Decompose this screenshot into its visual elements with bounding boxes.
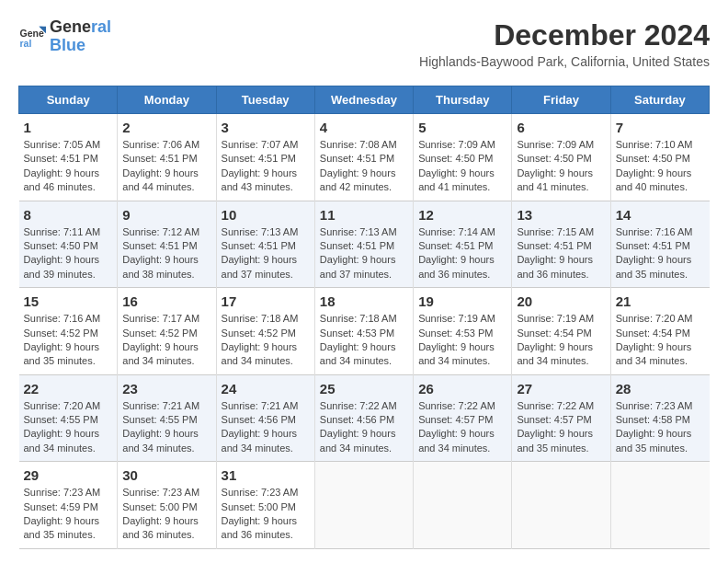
day-number: 10 (222, 207, 310, 223)
calendar-day-4: 4 Sunrise: 7:08 AM Sunset: 4:51 PM Dayli… (314, 114, 413, 201)
day-number: 19 (418, 293, 506, 309)
day-sunset: Sunset: 4:51 PM (122, 153, 197, 164)
day-sunrise: Sunrise: 7:21 AM (222, 400, 299, 411)
calendar-day-23: 23 Sunrise: 7:21 AM Sunset: 4:55 PM Dayl… (118, 374, 216, 462)
day-sunrise: Sunrise: 7:18 AM (222, 313, 299, 324)
day-sunset: Sunset: 4:52 PM (24, 327, 98, 339)
day-sunrise: Sunrise: 7:19 AM (517, 313, 594, 324)
day-number: 15 (24, 293, 113, 309)
day-sunset: Sunset: 4:52 PM (122, 327, 197, 339)
day-number: 9 (122, 207, 210, 223)
day-sunrise: Sunrise: 7:15 AM (517, 226, 594, 237)
page-subtitle: Highlands-Baywood Park, California, Unit… (419, 54, 710, 69)
day-daylight: Daylight: 9 hours and 35 minutes. (616, 254, 692, 279)
day-sunset: Sunset: 4:55 PM (122, 414, 197, 425)
day-daylight: Daylight: 9 hours and 35 minutes. (517, 428, 593, 453)
day-sunset: Sunset: 4:57 PM (418, 414, 493, 425)
empty-cell (512, 462, 610, 549)
day-daylight: Daylight: 9 hours and 34 minutes. (222, 341, 298, 366)
day-number: 22 (24, 381, 113, 396)
day-sunset: Sunset: 4:59 PM (24, 501, 98, 512)
day-number: 2 (122, 120, 210, 135)
day-number: 31 (222, 467, 310, 483)
day-sunrise: Sunrise: 7:06 AM (122, 139, 199, 150)
day-header-wednesday: Wednesday (314, 86, 413, 114)
day-number: 8 (24, 207, 113, 223)
day-number: 20 (517, 293, 605, 309)
calendar-day-25: 25 Sunrise: 7:22 AM Sunset: 4:56 PM Dayl… (314, 374, 413, 462)
day-daylight: Daylight: 9 hours and 38 minutes. (122, 254, 199, 279)
day-number: 30 (122, 467, 210, 483)
day-sunset: Sunset: 4:51 PM (616, 240, 690, 251)
calendar-day-17: 17 Sunrise: 7:18 AM Sunset: 4:52 PM Dayl… (216, 288, 314, 375)
day-sunset: Sunset: 4:50 PM (418, 153, 493, 164)
day-sunset: Sunset: 4:50 PM (517, 153, 591, 164)
day-sunrise: Sunrise: 7:13 AM (222, 226, 299, 237)
day-sunrise: Sunrise: 7:23 AM (616, 400, 693, 411)
day-number: 17 (222, 293, 310, 309)
day-daylight: Daylight: 9 hours and 35 minutes. (24, 341, 100, 366)
calendar-week-5: 29 Sunrise: 7:23 AM Sunset: 4:59 PM Dayl… (19, 462, 710, 549)
logo-text: General Blue (50, 18, 111, 55)
calendar-day-6: 6 Sunrise: 7:09 AM Sunset: 4:50 PM Dayli… (512, 114, 610, 201)
day-sunrise: Sunrise: 7:23 AM (24, 487, 101, 498)
day-number: 16 (122, 293, 210, 309)
day-sunrise: Sunrise: 7:16 AM (24, 313, 101, 324)
day-sunrise: Sunrise: 7:16 AM (616, 226, 693, 237)
day-daylight: Daylight: 9 hours and 37 minutes. (320, 254, 396, 279)
day-sunrise: Sunrise: 7:14 AM (418, 226, 495, 237)
empty-cell (414, 462, 512, 549)
day-sunrise: Sunrise: 7:23 AM (122, 487, 199, 498)
calendar-header: SundayMondayTuesdayWednesdayThursdayFrid… (19, 86, 710, 114)
empty-cell (314, 462, 413, 549)
calendar-day-30: 30 Sunrise: 7:23 AM Sunset: 5:00 PM Dayl… (118, 462, 216, 549)
day-sunset: Sunset: 4:50 PM (616, 153, 690, 164)
day-number: 21 (616, 293, 705, 309)
day-number: 23 (122, 381, 210, 396)
calendar-day-15: 15 Sunrise: 7:16 AM Sunset: 4:52 PM Dayl… (19, 288, 118, 375)
calendar-day-1: 1 Sunrise: 7:05 AM Sunset: 4:51 PM Dayli… (19, 114, 118, 201)
calendar-day-29: 29 Sunrise: 7:23 AM Sunset: 4:59 PM Dayl… (19, 462, 118, 549)
day-sunset: Sunset: 4:56 PM (222, 414, 296, 425)
day-sunset: Sunset: 4:57 PM (517, 414, 591, 425)
day-header-thursday: Thursday (414, 86, 512, 114)
calendar-week-3: 15 Sunrise: 7:16 AM Sunset: 4:52 PM Dayl… (19, 288, 710, 375)
calendar-day-3: 3 Sunrise: 7:07 AM Sunset: 4:51 PM Dayli… (216, 114, 314, 201)
calendar-day-31: 31 Sunrise: 7:23 AM Sunset: 5:00 PM Dayl… (216, 462, 314, 549)
day-daylight: Daylight: 9 hours and 36 minutes. (222, 515, 298, 540)
day-number: 6 (517, 120, 605, 135)
day-daylight: Daylight: 9 hours and 34 minutes. (320, 341, 396, 366)
day-daylight: Daylight: 9 hours and 34 minutes. (24, 428, 100, 453)
calendar-day-9: 9 Sunrise: 7:12 AM Sunset: 4:51 PM Dayli… (118, 201, 216, 288)
page-title: December 2024 (419, 18, 710, 52)
calendar-day-28: 28 Sunrise: 7:23 AM Sunset: 4:58 PM Dayl… (610, 374, 709, 462)
day-sunrise: Sunrise: 7:23 AM (222, 487, 299, 498)
day-sunset: Sunset: 4:58 PM (616, 414, 690, 425)
day-sunrise: Sunrise: 7:20 AM (24, 400, 101, 411)
day-sunrise: Sunrise: 7:09 AM (418, 139, 495, 150)
day-number: 24 (222, 381, 310, 396)
day-sunset: Sunset: 4:51 PM (320, 240, 394, 251)
day-number: 26 (418, 381, 506, 396)
day-daylight: Daylight: 9 hours and 35 minutes. (24, 515, 100, 540)
day-number: 14 (616, 207, 705, 223)
day-number: 3 (222, 120, 310, 135)
calendar-day-2: 2 Sunrise: 7:06 AM Sunset: 4:51 PM Dayli… (118, 114, 216, 201)
calendar-day-21: 21 Sunrise: 7:20 AM Sunset: 4:54 PM Dayl… (610, 288, 709, 375)
day-daylight: Daylight: 9 hours and 34 minutes. (122, 341, 199, 366)
day-number: 1 (24, 120, 113, 135)
day-sunset: Sunset: 5:00 PM (222, 501, 296, 512)
day-daylight: Daylight: 9 hours and 43 minutes. (222, 167, 298, 192)
calendar-day-7: 7 Sunrise: 7:10 AM Sunset: 4:50 PM Dayli… (610, 114, 709, 201)
calendar-day-12: 12 Sunrise: 7:14 AM Sunset: 4:51 PM Dayl… (414, 201, 512, 288)
day-daylight: Daylight: 9 hours and 34 minutes. (616, 341, 692, 366)
day-sunset: Sunset: 4:51 PM (222, 240, 296, 251)
day-sunset: Sunset: 4:56 PM (320, 414, 394, 425)
day-sunrise: Sunrise: 7:09 AM (517, 139, 594, 150)
day-sunset: Sunset: 4:51 PM (24, 153, 98, 164)
day-number: 27 (517, 381, 605, 396)
day-sunrise: Sunrise: 7:12 AM (122, 226, 199, 237)
day-number: 7 (616, 120, 705, 135)
day-header-friday: Friday (512, 86, 610, 114)
day-number: 13 (517, 207, 605, 223)
